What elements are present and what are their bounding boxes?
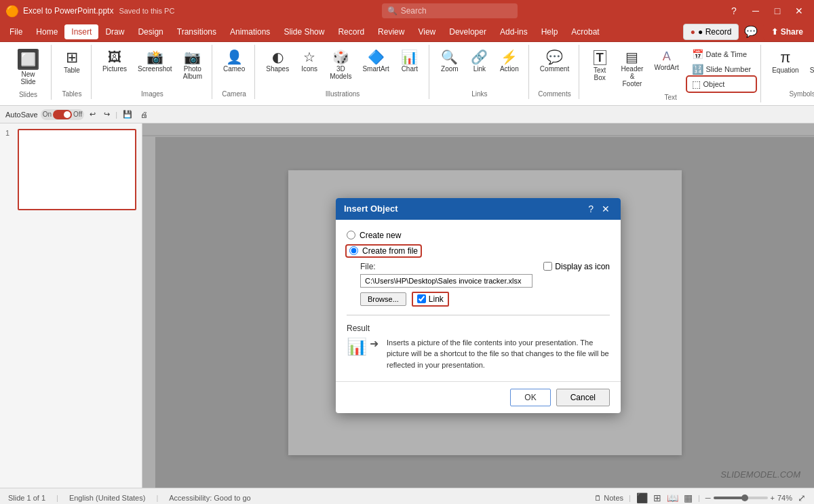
- result-icon: 📊➜: [347, 337, 379, 356]
- pictures-button[interactable]: 🖼 Pictures: [98, 47, 131, 75]
- slide-info: Slide 1 of 1: [8, 494, 45, 502]
- undo-button[interactable]: ↩: [87, 109, 98, 120]
- zoom-out-button[interactable]: ─: [705, 494, 711, 502]
- menu-item-home[interactable]: Home: [29, 24, 64, 39]
- menu-item-design[interactable]: Design: [131, 24, 170, 39]
- menu-item-animations[interactable]: Animations: [223, 24, 277, 39]
- wordart-button[interactable]: A WordArt: [651, 47, 682, 74]
- header-footer-button[interactable]: ▤ Header& Footer: [616, 47, 648, 90]
- display-as-icon-label: Display as icon: [555, 262, 610, 271]
- file-input-row: [360, 274, 532, 288]
- redo-button[interactable]: ↪: [101, 109, 113, 120]
- date-time-button[interactable]: 📅 Date & Time: [688, 47, 756, 61]
- result-content: 📊➜ Inserts a picture of the file content…: [347, 337, 610, 371]
- create-new-radio[interactable]: [347, 231, 355, 239]
- zoom-button[interactable]: 🔍 Zoom: [436, 47, 463, 75]
- ribbon-group-links: 🔍 Zoom 🔗 Link ⚡ Action Links: [431, 45, 529, 99]
- link-checkbox[interactable]: [417, 294, 426, 303]
- insert-object-dialog: Insert Object ? ✕ Create new: [336, 198, 621, 414]
- create-from-file-radio[interactable]: [349, 246, 358, 255]
- menu-item-insert[interactable]: Insert: [64, 24, 98, 39]
- title-bar: 🟠 Excel to PowerPoint.pptx Saved to this…: [0, 0, 814, 22]
- ribbon-group-symbols: π Equation Ω Symbol Symbols: [762, 45, 814, 99]
- comment-icon[interactable]: 💬: [744, 25, 758, 38]
- comment-button[interactable]: 💬 Comment: [536, 47, 573, 75]
- close-button[interactable]: ✕: [790, 1, 809, 20]
- dialog-overlay: Insert Object ? ✕ Create new: [142, 123, 814, 488]
- autosave-toggle[interactable]: [53, 110, 72, 119]
- cancel-button[interactable]: Cancel: [556, 389, 610, 406]
- menu-item-review[interactable]: Review: [371, 24, 411, 39]
- ribbon-group-camera: 👤 Cameo Camera: [214, 45, 255, 99]
- autosave-label: AutoSave: [5, 111, 38, 119]
- cameo-button[interactable]: 👤 Cameo: [219, 47, 249, 75]
- file-section: File: Browse... Link: [360, 262, 610, 307]
- create-from-file-radio-row: Create from file: [347, 246, 610, 256]
- menu-item-file[interactable]: File: [3, 24, 29, 39]
- ribbon-group-illustrations: ◐ Shapes ☆ Icons 🎲 3DModels 🔷 SmartArt 📊…: [256, 45, 429, 99]
- fit-to-window-button[interactable]: ⤢: [798, 492, 806, 503]
- save-icon[interactable]: 💾: [120, 109, 135, 120]
- print-icon[interactable]: 🖨: [138, 109, 151, 120]
- zoom-slider[interactable]: [714, 497, 768, 499]
- saved-status: Saved to this PC: [119, 7, 174, 15]
- presenter-view-button[interactable]: ▦: [684, 492, 693, 503]
- menu-item-record[interactable]: Record: [331, 24, 371, 39]
- object-button[interactable]: ⬚ Object: [688, 77, 756, 91]
- file-path-input[interactable]: [360, 274, 532, 288]
- link-checkbox-container: Link: [412, 292, 449, 307]
- screenshot-button[interactable]: 📸 Screenshot: [134, 47, 176, 75]
- menu-item-addins[interactable]: Add-ins: [493, 24, 535, 39]
- create-new-radio-row: Create new: [347, 231, 610, 240]
- menu-item-draw[interactable]: Draw: [98, 24, 131, 39]
- ok-button[interactable]: OK: [510, 389, 550, 406]
- photo-album-button[interactable]: 📷 PhotoAlbum: [179, 47, 206, 83]
- search-input[interactable]: [382, 3, 518, 18]
- comments-group-label: Comments: [538, 89, 570, 98]
- symbol-button[interactable]: Ω Symbol: [806, 47, 814, 77]
- slide-sorter-button[interactable]: ⊞: [653, 492, 661, 503]
- icons-button[interactable]: ☆ Icons: [296, 47, 323, 75]
- record-button[interactable]: ● ● Record: [683, 24, 739, 40]
- maximize-button[interactable]: □: [768, 1, 787, 20]
- menu-bar: File Home Insert Draw Design Transitions…: [0, 22, 814, 42]
- status-bar: Slide 1 of 1 | English (United States) |…: [0, 488, 814, 504]
- help-icon[interactable]: ?: [724, 1, 743, 20]
- menu-item-acrobat[interactable]: Acrobat: [564, 24, 606, 39]
- slide-thumbnail[interactable]: [18, 129, 136, 210]
- menu-item-transitions[interactable]: Transitions: [170, 24, 223, 39]
- status-right: 🗒 Notes | ⬛ ⊞ 📖 ▦ | ─ + 74% ⤢: [594, 492, 806, 503]
- filename: Excel to PowerPoint.pptx: [23, 6, 113, 16]
- link-button[interactable]: 🔗 Link: [466, 47, 493, 75]
- minimize-button[interactable]: ─: [746, 1, 765, 20]
- reading-view-button[interactable]: 📖: [667, 492, 678, 503]
- new-slide-button[interactable]: 🔲 NewSlide: [11, 47, 45, 88]
- create-from-file-label: Create from file: [362, 246, 418, 256]
- create-new-label: Create new: [360, 231, 401, 240]
- menu-item-slideshow[interactable]: Slide Show: [277, 24, 331, 39]
- equation-button[interactable]: π Equation: [768, 47, 802, 77]
- display-as-icon-checkbox[interactable]: [543, 262, 552, 271]
- slide-number-button[interactable]: 🔢 Slide Number: [688, 62, 756, 76]
- dialog-title-controls: ? ✕: [585, 203, 613, 214]
- menu-item-help[interactable]: Help: [535, 24, 565, 39]
- text-box-button[interactable]: T TextBox: [586, 47, 613, 84]
- dialog-help-button[interactable]: ?: [585, 203, 596, 214]
- notes-button[interactable]: 🗒 Notes: [594, 494, 623, 502]
- menu-item-developer[interactable]: Developer: [442, 24, 493, 39]
- normal-view-button[interactable]: ⬛: [636, 492, 648, 503]
- action-button[interactable]: ⚡ Action: [496, 47, 523, 75]
- result-label: Result: [347, 324, 610, 333]
- browse-button[interactable]: Browse...: [360, 292, 406, 306]
- camera-group-label: Camera: [222, 89, 246, 98]
- 3d-models-button[interactable]: 🎲 3DModels: [326, 47, 355, 83]
- link-label: Link: [429, 294, 444, 304]
- smartart-button[interactable]: 🔷 SmartArt: [358, 47, 393, 75]
- table-button[interactable]: ⊞ Table: [58, 47, 85, 77]
- zoom-in-button[interactable]: +: [771, 494, 775, 502]
- dialog-close-button[interactable]: ✕: [599, 203, 613, 214]
- menu-item-view[interactable]: View: [411, 24, 442, 39]
- chart-button[interactable]: 📊 Chart: [396, 47, 423, 75]
- shapes-button[interactable]: ◐ Shapes: [262, 47, 293, 75]
- share-button[interactable]: ⬆ Share: [763, 24, 811, 40]
